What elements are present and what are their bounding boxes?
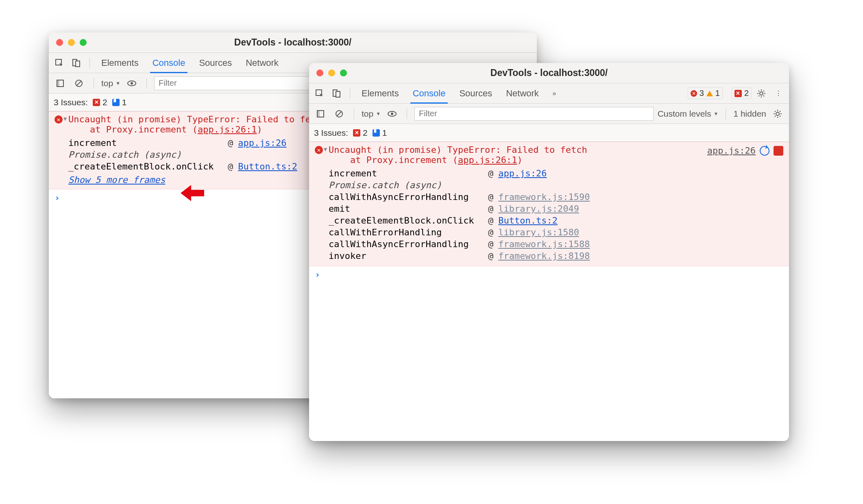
- tab-sources[interactable]: Sources: [453, 83, 498, 103]
- stack-at: @: [488, 168, 493, 178]
- stack-function: callWithAsyncErrorHandling: [329, 239, 483, 249]
- maximize-window-button[interactable]: [340, 70, 347, 76]
- stack-at: @: [488, 251, 493, 261]
- tab-sources[interactable]: Sources: [193, 53, 238, 73]
- svg-rect-2: [76, 61, 80, 67]
- feedback-icon[interactable]: [774, 146, 783, 156]
- tab-elements[interactable]: Elements: [356, 83, 405, 103]
- stack-at: @: [228, 161, 233, 172]
- hidden-count[interactable]: 1 hidden: [733, 109, 766, 119]
- context-selector[interactable]: top▼: [362, 109, 381, 119]
- console-prompt[interactable]: ›: [309, 266, 789, 283]
- stack-source-link[interactable]: framework.js:1590: [498, 192, 590, 202]
- reload-icon[interactable]: [760, 146, 769, 156]
- stack-frame: emit@library.js:2049: [329, 203, 784, 215]
- stack-frame: invoker@framework.js:8198: [329, 250, 784, 262]
- live-expression-icon[interactable]: [124, 76, 139, 91]
- stack-async-divider: Promise.catch (async): [329, 179, 784, 191]
- maximize-window-button[interactable]: [80, 39, 87, 46]
- chevron-down-icon: ▼: [714, 111, 719, 117]
- context-selector[interactable]: top▼: [101, 78, 120, 88]
- more-menu-icon[interactable]: ⋮: [771, 86, 786, 101]
- stack-source-link[interactable]: framework.js:8198: [498, 251, 590, 261]
- console-body[interactable]: ✕ ▼ app.js:26 Uncaught (in promise) Type…: [309, 142, 789, 441]
- expand-caret-icon[interactable]: ▼: [63, 115, 67, 122]
- minimize-window-button[interactable]: [68, 39, 75, 46]
- svg-line-33: [780, 116, 780, 117]
- device-toggle-icon[interactable]: [69, 56, 84, 70]
- error-badge-icon: ✕: [93, 99, 100, 106]
- stack-source-link[interactable]: library.js:2049: [498, 204, 579, 214]
- svg-line-6: [76, 81, 81, 86]
- warning-icon: [706, 91, 713, 96]
- issues-label: 3 Issues:: [54, 98, 88, 107]
- stack-function: increment: [329, 168, 483, 178]
- stack-at: @: [228, 138, 233, 148]
- svg-rect-22: [317, 111, 320, 117]
- stack-at: @: [488, 215, 493, 226]
- console-error[interactable]: ✕ ▼ app.js:26 Uncaught (in promise) Type…: [309, 142, 789, 266]
- stack-source-link[interactable]: Button.ts:2: [498, 215, 558, 226]
- stack-frame: callWithAsyncErrorHandling@framework.js:…: [329, 238, 784, 250]
- stack-function: callWithErrorHandling: [329, 227, 483, 237]
- issues-bar[interactable]: 3 Issues: ✕2 ▘1: [309, 124, 789, 142]
- chevron-down-icon: ▼: [376, 111, 381, 117]
- console-sidebar-toggle-icon[interactable]: [53, 76, 68, 91]
- tab-console[interactable]: Console: [407, 83, 451, 103]
- stack-source-link[interactable]: framework.js:1588: [498, 239, 590, 249]
- error-source-link[interactable]: app.js:26: [707, 146, 756, 156]
- settings-icon[interactable]: [754, 86, 769, 101]
- tab-console[interactable]: Console: [147, 53, 191, 73]
- console-sidebar-toggle-icon[interactable]: [313, 106, 328, 121]
- console-settings-icon[interactable]: [770, 106, 785, 121]
- stack-trace: increment@app.js:26Promise.catch (async)…: [329, 167, 784, 262]
- svg-line-17: [758, 91, 759, 91]
- device-toggle-icon[interactable]: [329, 86, 344, 101]
- stack-frame: increment@app.js:26: [329, 167, 784, 179]
- tab-elements[interactable]: Elements: [96, 53, 144, 73]
- stack-function: increment: [68, 138, 223, 148]
- svg-rect-4: [57, 80, 59, 87]
- stack-at: @: [488, 227, 493, 237]
- stack-source-link[interactable]: library.js:1580: [498, 227, 579, 237]
- tab-network[interactable]: Network: [500, 83, 545, 103]
- message-badge-icon: ▘: [112, 99, 120, 106]
- show-more-frames-link[interactable]: Show 5 more frames: [68, 175, 165, 185]
- divider: [407, 109, 407, 119]
- log-levels-selector[interactable]: Custom levels▼: [658, 109, 719, 119]
- expand-caret-icon[interactable]: ▼: [324, 146, 327, 152]
- stack-frame: _createElementBlock.onClick@Button.ts:2: [329, 215, 784, 226]
- titlebar: DevTools - localhost:3000/: [49, 33, 537, 53]
- inspect-icon[interactable]: [312, 86, 327, 101]
- issues-count-badge[interactable]: ✕2: [732, 87, 752, 99]
- minimize-window-button[interactable]: [328, 70, 335, 76]
- stack-source-link[interactable]: app.js:26: [238, 138, 286, 148]
- close-window-button[interactable]: [316, 70, 323, 76]
- clear-console-icon[interactable]: [332, 106, 347, 121]
- svg-point-27: [776, 112, 779, 115]
- error-icon: ✕: [54, 115, 63, 124]
- svg-line-32: [775, 111, 776, 112]
- inspect-icon[interactable]: [52, 56, 67, 70]
- error-count-badge[interactable]: ✕31: [688, 87, 723, 99]
- filter-input[interactable]: [414, 107, 654, 121]
- stack-frame: callWithErrorHandling@library.js:1580: [329, 226, 784, 238]
- stack-source-link[interactable]: app.js:26: [498, 168, 547, 178]
- close-window-button[interactable]: [56, 39, 63, 46]
- svg-point-12: [760, 92, 763, 95]
- stack-function: callWithAsyncErrorHandling: [329, 192, 483, 202]
- window-controls: [309, 70, 347, 76]
- more-tabs-icon[interactable]: »: [547, 86, 562, 101]
- live-expression-icon[interactable]: [385, 106, 399, 121]
- tab-network[interactable]: Network: [240, 53, 284, 73]
- stack-at: @: [488, 192, 493, 202]
- error-source-cluster: app.js:26: [707, 146, 783, 156]
- stack-source-link[interactable]: Button.ts:2: [238, 161, 297, 172]
- window-title: DevTools - localhost:3000/: [234, 37, 351, 48]
- divider: [89, 58, 90, 68]
- clear-console-icon[interactable]: [72, 76, 86, 91]
- stack-at: @: [488, 204, 493, 214]
- svg-point-8: [131, 82, 133, 85]
- svg-line-20: [763, 91, 764, 91]
- error-icon: ✕: [691, 90, 697, 97]
